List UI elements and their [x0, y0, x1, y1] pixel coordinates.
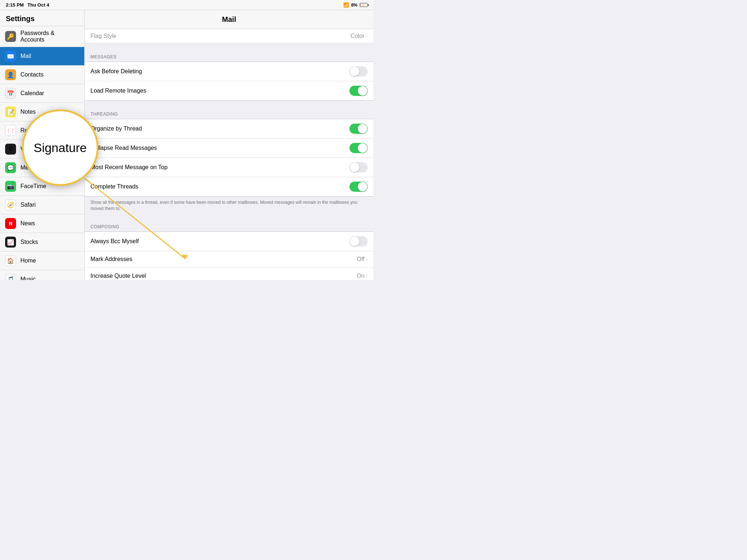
sidebar-label-stocks: Stocks [20, 239, 38, 245]
passwords-icon: 🔑 [5, 31, 16, 42]
mark-addresses-value: Off › [357, 256, 368, 262]
sidebar: Settings 🔑 Passwords & Accounts ✉️ Mail … [0, 10, 85, 280]
most-recent-message-label: Most Recent Message on Top [90, 164, 167, 171]
most-recent-message-toggle[interactable] [349, 162, 368, 172]
ask-before-deleting-label: Ask Before Deleting [90, 68, 142, 75]
section-composing: COMPOSING Always Bcc Myself Mark Address… [85, 222, 374, 280]
section-threading-header: THREADING [85, 109, 374, 119]
row-always-bcc-myself[interactable]: Always Bcc Myself [85, 232, 374, 251]
flag-style-row[interactable]: Flag Style Color › [85, 29, 374, 43]
facetime-icon: 📷 [5, 181, 16, 192]
organize-by-thread-toggle[interactable] [349, 124, 368, 134]
sidebar-item-stocks[interactable]: 📈 Stocks [0, 233, 84, 252]
sidebar-label-contacts: Contacts [20, 71, 43, 78]
complete-threads-toggle[interactable] [349, 182, 368, 192]
news-icon: N [5, 218, 16, 229]
main-layout: Settings 🔑 Passwords & Accounts ✉️ Mail … [0, 10, 374, 280]
sidebar-item-facetime[interactable]: 📷 FaceTime [0, 177, 84, 196]
always-bcc-myself-toggle[interactable] [349, 236, 368, 246]
row-organize-by-thread[interactable]: Organize by Thread [85, 119, 374, 139]
sidebar-label-facetime: FaceTime [20, 183, 46, 190]
sidebar-label-mail: Mail [20, 53, 31, 59]
complete-threads-knob [358, 182, 367, 191]
row-collapse-read-messages[interactable]: Collapse Read Messages [85, 139, 374, 158]
ask-before-deleting-knob [350, 67, 359, 76]
threading-note: Show all the messages in a thread, even … [85, 197, 374, 213]
safari-icon: 🧭 [5, 199, 16, 210]
section-messages: MESSAGES Ask Before Deleting Load Remote… [85, 52, 374, 101]
sidebar-label-music: Music [20, 276, 36, 280]
sidebar-label-news: News [20, 220, 35, 227]
time: 2:15 PM [6, 2, 24, 8]
section-composing-header: COMPOSING [85, 222, 374, 232]
organize-by-thread-label: Organize by Thread [90, 125, 142, 132]
sidebar-label-reminders: Reminders [20, 127, 49, 134]
sidebar-list: 🔑 Passwords & Accounts ✉️ Mail 👤 Contact… [0, 26, 84, 280]
sidebar-item-notes[interactable]: 📝 Notes [0, 103, 84, 121]
wifi-icon: 📶 [343, 2, 349, 8]
row-load-remote-images[interactable]: Load Remote Images [85, 81, 374, 100]
section-composing-body: Always Bcc Myself Mark Addresses Off › [85, 232, 374, 280]
increase-quote-level-label: Increase Quote Level [90, 273, 146, 279]
sidebar-item-calendar[interactable]: 📅 Calendar [0, 84, 84, 103]
notes-icon: 📝 [5, 106, 16, 117]
load-remote-images-label: Load Remote Images [90, 88, 146, 94]
ask-before-deleting-toggle[interactable] [349, 66, 368, 77]
contacts-icon: 👤 [5, 69, 16, 80]
section-messages-body: Ask Before Deleting Load Remote Images [85, 62, 374, 101]
status-bar: 2:15 PM Thu Oct 4 📶 8% ⚡ [0, 0, 374, 10]
status-bar-left: 2:15 PM Thu Oct 4 [6, 2, 49, 8]
organize-by-thread-knob [358, 124, 367, 133]
load-remote-images-toggle[interactable] [349, 86, 368, 96]
flag-style-value: Color › [351, 33, 368, 39]
row-mark-addresses[interactable]: Mark Addresses Off › [85, 251, 374, 268]
collapse-read-messages-toggle[interactable] [349, 143, 368, 153]
calendar-icon: 📅 [5, 88, 16, 99]
flag-style-chevron: › [366, 33, 368, 39]
mark-addresses-label: Mark Addresses [90, 256, 132, 262]
messages-icon: 💬 [5, 162, 16, 173]
status-bar-right: 📶 8% ⚡ [343, 2, 368, 8]
section-threading: THREADING Organize by Thread Collapse Re… [85, 109, 374, 213]
sidebar-item-voicememos[interactable]: 🎙 Voice Memos [0, 140, 84, 159]
sidebar-label-messages: Messages [20, 164, 47, 171]
mail-icon: ✉️ [5, 51, 16, 62]
sidebar-label-passwords: Passwords & Accounts [20, 30, 79, 43]
sidebar-item-safari[interactable]: 🧭 Safari [0, 196, 84, 214]
sidebar-item-messages[interactable]: 💬 Messages [0, 159, 84, 177]
voicememos-icon: 🎙 [5, 144, 16, 155]
sidebar-label-home: Home [20, 257, 36, 264]
section-messages-header: MESSAGES [85, 52, 374, 62]
sidebar-item-contacts[interactable]: 👤 Contacts [0, 66, 84, 84]
sidebar-item-home[interactable]: 🏠 Home [0, 252, 84, 270]
row-ask-before-deleting[interactable]: Ask Before Deleting [85, 62, 374, 81]
sidebar-title: Settings [0, 10, 84, 26]
collapse-read-messages-knob [358, 143, 367, 153]
sidebar-item-reminders[interactable]: ⋮⋮ Reminders [0, 121, 84, 140]
date: Thu Oct 4 [27, 2, 49, 8]
battery-percent: 8% [351, 3, 357, 8]
detail-panel: Mail Flag Style Color › MESSAGES Ask Bef… [85, 10, 374, 280]
sidebar-item-news[interactable]: N News [0, 214, 84, 233]
detail-title: Mail [85, 10, 374, 29]
sidebar-label-calendar: Calendar [20, 90, 44, 97]
battery-icon: ⚡ [360, 3, 368, 7]
complete-threads-label: Complete Threads [90, 183, 138, 190]
section-threading-body: Organize by Thread Collapse Read Message… [85, 119, 374, 197]
row-increase-quote-level[interactable]: Increase Quote Level On › [85, 268, 374, 280]
sidebar-item-music[interactable]: 🎵 Music [0, 270, 84, 280]
music-icon: 🎵 [5, 274, 16, 280]
row-most-recent-message-on-top[interactable]: Most Recent Message on Top [85, 158, 374, 177]
mark-addresses-chevron: › [366, 256, 368, 262]
reminders-icon: ⋮⋮ [5, 125, 16, 136]
sidebar-item-passwords[interactable]: 🔑 Passwords & Accounts [0, 26, 84, 47]
sidebar-item-mail[interactable]: ✉️ Mail [0, 47, 84, 66]
row-complete-threads[interactable]: Complete Threads [85, 177, 374, 196]
most-recent-message-knob [350, 163, 359, 172]
increase-quote-level-chevron: › [366, 273, 368, 279]
always-bcc-myself-label: Always Bcc Myself [90, 238, 139, 245]
always-bcc-myself-knob [350, 237, 359, 246]
sidebar-label-safari: Safari [20, 202, 36, 208]
sidebar-label-notes: Notes [20, 109, 36, 115]
collapse-read-messages-label: Collapse Read Messages [90, 145, 157, 151]
